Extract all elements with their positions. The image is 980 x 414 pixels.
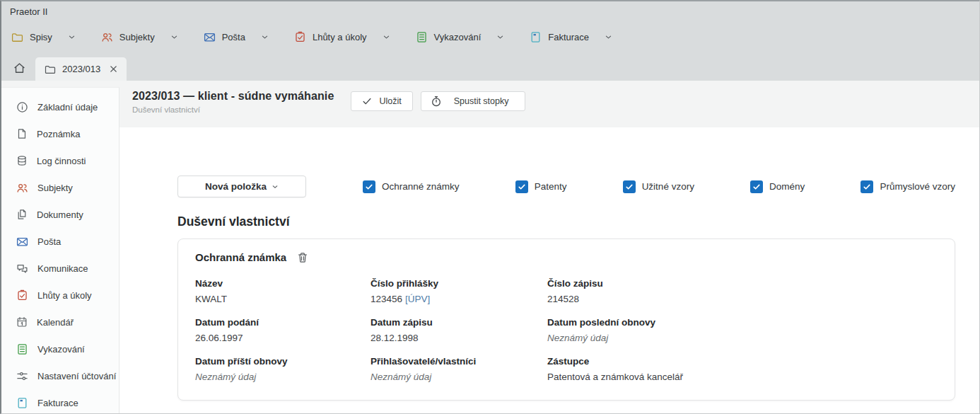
- menu-item-label: Pošta: [222, 32, 245, 42]
- chevron-down-icon: [272, 183, 279, 190]
- field-zastupce: Zástupce Patentová a známková kancelář: [547, 356, 955, 382]
- chevron-down-icon: [496, 33, 504, 41]
- tab-2023-013[interactable]: 2023/013: [35, 57, 127, 81]
- sidebar-item-posta[interactable]: Pošta: [1, 228, 119, 255]
- new-item-button[interactable]: Nová položka: [177, 176, 306, 197]
- field-label: Přihlašovatelé/vlastníci: [371, 356, 547, 367]
- sidebar-item-label: Poznámka: [37, 129, 80, 139]
- menu-item-vykazovani[interactable]: Vykazování: [416, 31, 505, 43]
- menu-item-posta[interactable]: Pošta: [204, 31, 269, 43]
- menu-item-label: Fakturace: [548, 32, 589, 42]
- filter-checkbox-domeny[interactable]: Domény: [750, 180, 805, 193]
- sidebar-item-dokumenty[interactable]: Dokumenty: [1, 201, 119, 228]
- start-stopwatch-button[interactable]: Spustit stopky: [421, 91, 525, 111]
- checkbox-checked-icon[interactable]: [750, 180, 763, 193]
- field-label: Datum zápisu: [371, 317, 547, 328]
- menu-item-fakturace[interactable]: Fakturace: [530, 31, 612, 43]
- field-label: Zástupce: [547, 356, 955, 367]
- checkbox-checked-icon[interactable]: [861, 180, 873, 193]
- field-label: Datum podání: [195, 317, 371, 328]
- sidebar-item-label: Kalendář: [37, 317, 74, 328]
- section-title: Duševní vlastnictví: [177, 214, 954, 229]
- content-area: Nová položka Ochranné známky: [119, 127, 979, 413]
- sidebar-item-kalendar[interactable]: Kalendář: [1, 309, 119, 335]
- toolbar-row: Nová položka Ochranné známky: [177, 176, 955, 197]
- sidebar-item-lhuty-a-ukoly[interactable]: Lhůty a úkoly: [1, 282, 119, 309]
- title-bar: Praetor II: [1, 1, 979, 22]
- sidebar-item-label: Vykazování: [37, 344, 85, 355]
- chevron-down-icon: [68, 33, 76, 41]
- upv-link[interactable]: [ÚPV]: [405, 294, 430, 304]
- field-value: 28.12.1998: [371, 333, 547, 343]
- filter-label: Průmyslové vzory: [880, 181, 955, 192]
- sidebar-item-poznamka[interactable]: Poznámka: [1, 120, 119, 147]
- field-prihlasovatele-vlastnici: Přihlašovatelé/vlastníci Neznámý údaj: [371, 356, 547, 382]
- checkbox-checked-icon[interactable]: [515, 180, 528, 193]
- invoice-icon: [16, 397, 28, 409]
- sidebar-item-label: Pošta: [37, 236, 61, 247]
- trash-icon: [297, 252, 308, 263]
- main-area: Základní údaje Poznámka Log činnosti Sub…: [1, 81, 979, 413]
- filter-checkbox-patenty[interactable]: Patenty: [515, 180, 567, 193]
- sidebar-item-nastaveni-uctovani[interactable]: Nastavení účtování: [1, 362, 119, 389]
- field-datum-zapisu: Datum zápisu 28.12.1998: [371, 317, 547, 343]
- filter-label: Patenty: [535, 181, 567, 192]
- field-value-text: 123456: [371, 294, 402, 304]
- delete-button[interactable]: [297, 252, 308, 263]
- filter-checkbox-ochranne-znamky[interactable]: Ochranné známky: [363, 180, 460, 193]
- menu-item-subjekty[interactable]: Subjekty: [101, 31, 178, 43]
- tasks-icon: [294, 31, 306, 43]
- filter-label: Ochranné známky: [382, 181, 460, 192]
- new-item-button-label: Nová položka: [205, 181, 267, 192]
- checkbox-checked-icon[interactable]: [363, 180, 375, 193]
- field-label: Datum poslední obnovy: [547, 317, 955, 328]
- info-icon: [16, 101, 28, 113]
- sidebar-item-vykazovani[interactable]: Vykazování: [1, 335, 119, 362]
- filter-checkbox-prumyslove-vzory[interactable]: Průmyslové vzory: [861, 180, 955, 193]
- folder-icon: [45, 64, 56, 75]
- checkbox-checked-icon[interactable]: [623, 180, 636, 193]
- report-icon: [416, 31, 428, 43]
- sidebar-item-label: Dokumenty: [37, 209, 83, 220]
- people-icon: [101, 31, 113, 43]
- sidebar-item-zakladni-udaje[interactable]: Základní údaje: [1, 93, 119, 120]
- menu-item-label: Vykazování: [434, 32, 482, 42]
- chevron-down-icon: [170, 33, 178, 41]
- sidebar-item-komunikace[interactable]: Komunikace: [1, 255, 119, 282]
- chevron-down-icon: [261, 33, 269, 41]
- filter-checkbox-uzitne-vzory[interactable]: Užitné vzory: [623, 180, 694, 193]
- app-window: Praetor II Spisy Subjekty Pošta: [0, 0, 980, 414]
- sidebar-item-log-cinnosti[interactable]: Log činnosti: [1, 147, 119, 174]
- home-button[interactable]: [8, 57, 30, 79]
- field-value: Neznámý údaj: [195, 372, 371, 382]
- tab-label: 2023/013: [62, 64, 100, 74]
- card-title: Ochranná známka: [195, 251, 286, 263]
- menu-item-lhuty-a-ukoly[interactable]: Lhůty a úkoly: [294, 31, 390, 43]
- field-value: Neznámý údaj: [547, 333, 955, 343]
- stopwatch-icon: [431, 96, 442, 107]
- field-datum-pristi-obnovy: Datum příští obnovy Neznámý údaj: [195, 356, 371, 382]
- sidebar-item-fakturace[interactable]: Fakturace: [1, 389, 119, 414]
- home-icon: [13, 62, 26, 75]
- filter-label: Užitné vzory: [642, 181, 694, 192]
- chevron-down-icon: [383, 33, 390, 41]
- sidebar-item-label: Subjekty: [37, 183, 73, 193]
- filter-label: Domény: [769, 181, 805, 192]
- report-icon: [16, 343, 28, 355]
- documents-icon: [16, 209, 28, 220]
- sidebar-item-subjekty[interactable]: Subjekty: [1, 174, 119, 201]
- field-value: 26.06.1997: [195, 333, 371, 343]
- tasks-icon: [16, 289, 28, 301]
- menu-bar: Spisy Subjekty Pošta: [1, 22, 979, 52]
- field-value: Neznámý údaj: [371, 372, 547, 382]
- save-button[interactable]: Uložit: [351, 91, 412, 111]
- note-icon: [16, 128, 28, 139]
- close-icon[interactable]: [110, 65, 117, 73]
- field-value: 123456[ÚPV]: [371, 294, 547, 304]
- field-nazev: Název KWALT: [195, 278, 371, 304]
- page-title: 2023/013 — klient - súdne vymáhanie: [132, 90, 334, 103]
- database-icon: [16, 155, 28, 166]
- save-button-label: Uložit: [379, 96, 401, 106]
- field-datum-posledni-obnovy: Datum poslední obnovy Neznámý údaj: [547, 317, 955, 343]
- menu-item-spisy[interactable]: Spisy: [11, 31, 76, 43]
